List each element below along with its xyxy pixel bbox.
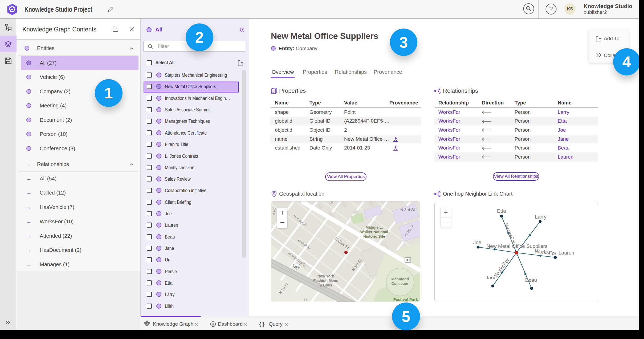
svg-text:Historic Site: Historic Site — [363, 234, 385, 239]
svg-text:Walker National: Walker National — [360, 230, 388, 234]
svg-text:Lauren: Lauren — [559, 250, 574, 256]
svg-text:Jane: Jane — [486, 275, 496, 280]
svg-text:250: 250 — [294, 265, 299, 268]
svg-text:Beau: Beau — [525, 277, 537, 283]
svg-text:Larry: Larry — [535, 214, 547, 220]
svg-text:Festival Park: Festival Park — [393, 297, 418, 302]
svg-text:Fashion Mens: Fashion Mens — [313, 279, 338, 283]
svg-text:N 3rd St: N 3rd St — [400, 207, 415, 212]
svg-text:WorksFor: WorksFor — [503, 223, 517, 245]
svg-text:Joe: Joe — [473, 240, 482, 245]
svg-text:Maggie L.: Maggie L. — [366, 225, 383, 229]
svg-text:Etta: Etta — [497, 208, 506, 214]
svg-text:33: 33 — [406, 258, 410, 262]
svg-text:Coliseum: Coliseum — [391, 281, 408, 286]
svg-text:New York: New York — [317, 274, 334, 278]
svg-text:New Metal Office Suppliers: New Metal Office Suppliers — [487, 243, 548, 249]
svg-text:Richmond: Richmond — [391, 277, 409, 281]
svg-text:& Boys: & Boys — [319, 283, 332, 287]
